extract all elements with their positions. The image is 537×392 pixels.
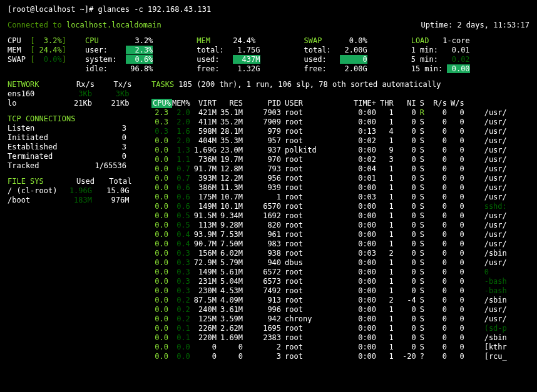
process-row[interactable]: 0.00.493.9M7.53M961root0:0010S00/usr/ [151, 230, 511, 239]
process-row[interactable]: 0.00.2240M3.61M996root0:0010S00/usr/ [151, 305, 511, 314]
tasks-summary: TASKS 185 (200 thr), 1 run, 106 slp, 78 … [151, 80, 529, 89]
col-ws: W/s [451, 99, 468, 108]
process-row[interactable]: 0.00.490.7M7.50M983root0:0010S00/usr/ [151, 239, 511, 249]
col-s: S [420, 99, 428, 108]
uptime: Uptime: 2 days, 11:53:17 [421, 21, 529, 30]
process-row[interactable]: 0.00.591.5M9.34M1692root0:0010S00/usr/ [151, 211, 511, 221]
process-row[interactable]: 0.00.7393M12.2M956root0:0110S00/usr/ [151, 174, 511, 183]
col-rs: R/s [428, 99, 451, 108]
col-cmd [484, 99, 511, 108]
col-thr: THR [380, 99, 397, 108]
col-virt: VIRT [194, 99, 220, 108]
swap-block: SWAP 0.0% total: 2.00Gused: 0free: 2.00G [304, 36, 367, 74]
process-row[interactable]: 0.00.287.5M4.09M913root0:002-4S00/sbin [151, 296, 511, 305]
process-row[interactable]: 0.00.0002root0:0010S00[kthr [151, 343, 511, 352]
process-row[interactable]: 0.00.0003root0:001-20?00[rcu_ [151, 352, 511, 361]
process-row[interactable]: 0.32.0411M35.2M7909root0:0010S00/usr/ [151, 118, 511, 127]
load-block: LOAD 1-core 1 min: 0.015 min: 0.0215 min… [411, 36, 470, 74]
process-row[interactable]: 0.00.372.9M5.79M940dbus0:0010S00/usr/ [151, 258, 511, 268]
cpu-block: CPU 3.2% user: 2.3%system: 0.6%idle: 96.… [85, 36, 153, 74]
process-table[interactable]: CPU% MEM% VIRT RES PID USER TIME+ THR NI… [151, 99, 511, 361]
process-panel: TASKS 185 (200 thr), 1 run, 106 slp, 78 … [151, 80, 529, 361]
process-row[interactable]: 2.32.0421M35.1M7903root0:0010R00/usr/ [151, 108, 511, 118]
col-ni: NI [397, 99, 420, 108]
process-row[interactable]: 0.00.5113M9.28M820root0:0010S00/usr/ [151, 221, 511, 230]
process-row[interactable]: 0.00.3231M5.04M6573root0:0010S00-bash [151, 277, 511, 286]
process-row[interactable]: 0.00.791.7M12.8M793root0:0410S00/usr/ [151, 164, 511, 174]
proc-header-row: CPU% MEM% VIRT RES PID USER TIME+ THR NI… [151, 99, 511, 108]
col-cpu: CPU% [151, 99, 172, 108]
network-title: NETWORK [8, 80, 39, 89]
connection-line: Connected to localhost.localdomain [8, 21, 161, 30]
tcp-row: Listen3 [8, 124, 139, 133]
process-row[interactable]: 0.01.31.69G23.0M937polkitd0:0090S00/usr/ [151, 146, 511, 155]
col-user: USER [285, 99, 332, 108]
process-row[interactable]: 0.00.3230M4.53M7492root0:0010S00-bash [151, 286, 511, 296]
process-row[interactable]: 0.00.3156M6.02M938root0:0320S00/sbin [151, 249, 511, 258]
tcp-row: Initiated0 [8, 133, 139, 143]
tcp-row: Established3 [8, 143, 139, 152]
process-row[interactable]: 0.00.6386M11.3M939root0:0010S00/usr/ [151, 183, 511, 193]
fs-row: / (cl-root)1.96G 15.0G [8, 186, 139, 196]
mem-block: MEM 24.4% total: 1.75Gused: 437Mfree: 1.… [197, 36, 260, 74]
tcp-title: TCP CONNECTIONS [8, 114, 75, 123]
col-pid: PID [247, 99, 285, 108]
process-row[interactable]: 0.02.0404M35.3M957root0:0210S00/usr/ [151, 136, 511, 146]
filesys-title: FILE SYS [8, 177, 44, 186]
process-row[interactable]: 0.00.1226M2.62M1695root0:0010S00(sd-p [151, 324, 511, 333]
network-row: ens1603Kb 3Kb [8, 89, 139, 99]
process-row[interactable]: 0.00.6175M10.7M1root0:0310S00/usr/ [151, 193, 511, 202]
mini-summary: CPU [ 3.2%] MEM [ 24.4%] SWAP [ 0.0%] [8, 36, 66, 74]
shell-prompt: [root@localhost ~]# glances -c 192.168.4… [8, 5, 529, 14]
network-row: lo21Kb 21Kb [8, 99, 139, 108]
process-row[interactable]: 0.00.1220M1.69M2383root0:0010S00/sbin [151, 333, 511, 343]
process-row[interactable]: 0.01.1736M19.7M970root0:0230S00/usr/ [151, 155, 511, 164]
col-time: TIME+ [332, 99, 380, 108]
left-panels: NETWORK Rx/s Tx/s ens1603Kb 3Kblo21Kb 21… [8, 80, 139, 205]
tcp-row: Tracked1/65536 [8, 161, 139, 171]
process-row[interactable]: 0.00.6149M10.1M6570root0:0010S00sshd: [151, 202, 511, 211]
col-mem: MEM% [172, 99, 194, 108]
col-res: RES [220, 99, 247, 108]
process-row[interactable]: 0.31.6598M28.1M979root0:1340S00/usr/ [151, 127, 511, 136]
fs-row: /boot183M 976M [8, 196, 139, 205]
process-row[interactable]: 0.00.2125M3.59M942chrony0:0010S00/usr/ [151, 314, 511, 324]
tcp-row: Terminated0 [8, 152, 139, 161]
process-row[interactable]: 0.00.3149M5.61M6572root0:0010S000 [151, 268, 511, 277]
